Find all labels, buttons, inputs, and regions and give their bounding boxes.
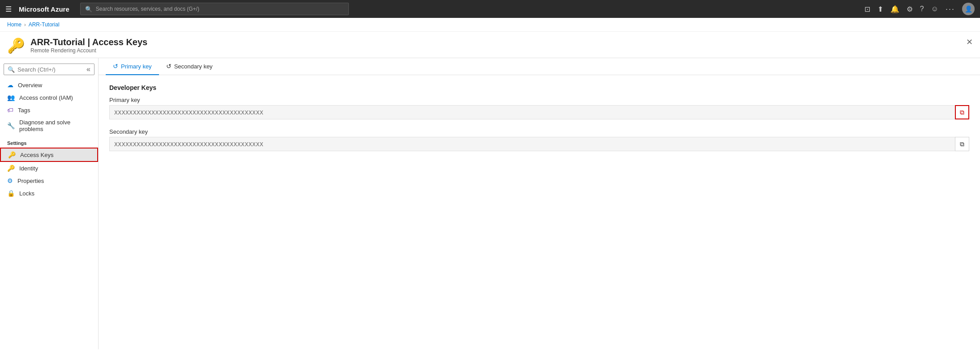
content-body: Developer Keys Primary key ⧉ Secondary k… <box>99 75 980 169</box>
key-icon-access: 🔑 <box>8 151 16 158</box>
user-avatar[interactable]: 👤 <box>962 3 975 15</box>
content-area: ↺ Primary key ↺ Secondary key Developer … <box>99 58 980 349</box>
primary-key-input[interactable] <box>109 105 955 119</box>
sidebar-item-diagnose[interactable]: 🔧 Diagnose and solve problems <box>0 116 98 135</box>
sliders-icon: ⚙ <box>7 177 13 184</box>
close-button[interactable]: ✕ <box>966 37 973 47</box>
settings-section-label: Settings <box>0 135 98 148</box>
sidebar-item-properties[interactable]: ⚙ Properties <box>0 174 98 187</box>
sidebar-item-iam[interactable]: 👥 Access control (IAM) <box>0 91 98 104</box>
brand-label: Microsoft Azure <box>19 5 69 13</box>
upload-icon[interactable]: ⬆ <box>877 5 883 13</box>
topbar-icons: ⊡ ⬆ 🔔 ⚙ ? ☺ ··· 👤 <box>864 3 975 15</box>
person-icon: 👥 <box>7 94 15 101</box>
tab-primary-label: Primary key <box>121 63 152 70</box>
tag-icon: 🏷 <box>7 106 13 114</box>
sidebar-item-label-tags: Tags <box>18 107 30 114</box>
copy-secondary-key-button[interactable]: ⧉ <box>955 137 969 151</box>
global-search[interactable]: 🔍 Search resources, services, and docs (… <box>80 3 349 15</box>
copy-primary-key-button[interactable]: ⧉ <box>955 105 969 119</box>
sidebar-item-label-overview: Overview <box>18 82 42 89</box>
page-icon: 🔑 <box>7 37 25 54</box>
key-icon-identity: 🔑 <box>7 165 15 172</box>
page-title: ARR-Tutorial | Access Keys <box>30 37 147 47</box>
help-icon[interactable]: ? <box>920 5 924 13</box>
tab-secondary-key[interactable]: ↺ Secondary key <box>159 58 220 75</box>
sidebar-item-label-locks: Locks <box>19 190 34 197</box>
sidebar-item-label-properties: Properties <box>17 178 44 184</box>
more-icon[interactable]: ··· <box>946 4 955 14</box>
hamburger-menu[interactable]: ☰ <box>5 5 12 13</box>
sidebar-search-icon: 🔍 <box>8 66 15 73</box>
tab-primary-icon: ↺ <box>113 63 118 70</box>
lock-icon: 🔒 <box>7 190 15 197</box>
sidebar-item-access-keys[interactable]: 🔑 Access Keys <box>0 148 98 162</box>
sidebar-search-input[interactable] <box>17 66 84 73</box>
sidebar-item-label-access-keys: Access Keys <box>20 152 53 158</box>
copy-secondary-icon: ⧉ <box>960 140 964 148</box>
tab-primary-key[interactable]: ↺ Primary key <box>106 58 159 75</box>
settings-icon[interactable]: ⚙ <box>907 5 913 13</box>
page-subtitle: Remote Rendering Account <box>30 47 147 54</box>
tab-secondary-icon: ↺ <box>166 63 172 70</box>
search-icon: 🔍 <box>85 6 92 13</box>
primary-key-label: Primary key <box>109 97 969 103</box>
page-header: 🔑 ARR-Tutorial | Access Keys Remote Rend… <box>0 32 980 58</box>
search-placeholder: Search resources, services, and docs (G+… <box>96 6 199 12</box>
sidebar-item-tags[interactable]: 🏷 Tags <box>0 104 98 116</box>
secondary-key-row: ⧉ <box>109 137 969 151</box>
sidebar-item-label-diagnose: Diagnose and solve problems <box>19 119 91 132</box>
primary-key-row: ⧉ <box>109 105 969 119</box>
bell-icon[interactable]: 🔔 <box>890 5 899 13</box>
breadcrumb-current[interactable]: ARR-Tutorial <box>29 21 60 28</box>
breadcrumb-sep1: › <box>24 22 26 27</box>
sidebar-item-identity[interactable]: 🔑 Identity <box>0 162 98 174</box>
sidebar-item-overview[interactable]: ☁ Overview <box>0 79 98 91</box>
tabs-bar: ↺ Primary key ↺ Secondary key <box>99 58 980 75</box>
tab-secondary-label: Secondary key <box>174 63 213 70</box>
breadcrumb: Home › ARR-Tutorial <box>0 18 980 32</box>
copy-primary-icon: ⧉ <box>960 109 964 116</box>
sidebar-collapse-button[interactable]: « <box>86 65 90 73</box>
feedback-icon[interactable]: ☺ <box>931 5 938 13</box>
terminal-icon[interactable]: ⊡ <box>864 5 870 13</box>
sidebar-item-label-identity: Identity <box>19 165 38 172</box>
secondary-key-input[interactable] <box>109 137 955 151</box>
topbar: ☰ Microsoft Azure 🔍 Search resources, se… <box>0 0 980 18</box>
cloud-icon: ☁ <box>7 81 13 89</box>
breadcrumb-home[interactable]: Home <box>7 21 21 28</box>
secondary-key-label: Secondary key <box>109 128 969 135</box>
main-layout: 🔍 « ☁ Overview 👥 Access control (IAM) 🏷 … <box>0 58 980 349</box>
sidebar-search-container[interactable]: 🔍 « <box>4 64 95 75</box>
page-header-text: ARR-Tutorial | Access Keys Remote Render… <box>30 37 147 54</box>
sidebar-item-locks[interactable]: 🔒 Locks <box>0 187 98 199</box>
sidebar-item-label-iam: Access control (IAM) <box>19 94 73 101</box>
section-title: Developer Keys <box>109 84 969 91</box>
sidebar: 🔍 « ☁ Overview 👥 Access control (IAM) 🏷 … <box>0 58 99 349</box>
wrench-icon: 🔧 <box>7 122 15 129</box>
